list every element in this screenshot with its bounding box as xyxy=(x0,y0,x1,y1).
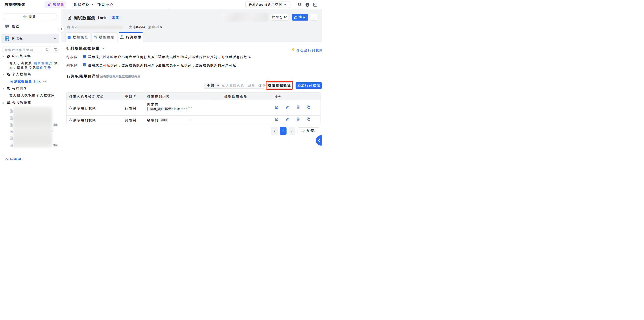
svg-text:?: ? xyxy=(306,3,308,6)
